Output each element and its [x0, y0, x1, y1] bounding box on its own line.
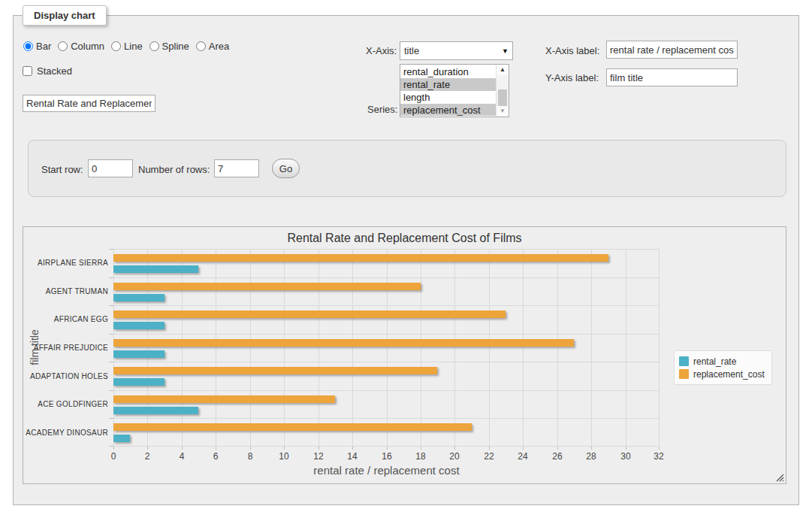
series-option-rental_rate[interactable]: rental_rate: [400, 78, 496, 91]
x-axis-tick: [489, 447, 490, 450]
chart-title-input[interactable]: [23, 95, 155, 112]
legend-item-replacement_cost[interactable]: replacement_cost: [679, 368, 765, 380]
x-axis-tick: [250, 447, 251, 450]
x-axis-tick-label: 2: [136, 451, 158, 462]
y-axis-tick: [109, 446, 113, 447]
bar-rental_rate: [113, 378, 165, 386]
y-axis-tick: [109, 334, 113, 335]
chart-type-radios: BarColumnLineSplineArea: [23, 39, 236, 53]
x-axis-label-input[interactable]: [606, 41, 738, 59]
x-axis-tick: [454, 447, 455, 450]
x-axis-title: rental rate / replacement cost: [113, 464, 660, 477]
x-axis-tick-label: 0: [102, 451, 125, 462]
scrollbar-down-arrow-icon[interactable]: ▼: [497, 106, 509, 117]
bar-replacement_cost: [113, 283, 421, 290]
gridline: [421, 249, 421, 447]
gridline: [216, 249, 216, 447]
gridline: [182, 249, 183, 447]
chart-type-radio-spline[interactable]: [149, 41, 159, 51]
x-axis-tick: [659, 447, 660, 450]
x-axis-label-caption: X-Axis label:: [545, 45, 599, 56]
chart-type-radio-label: Spline: [162, 41, 189, 52]
category-label: AGENT TRUMAN: [23, 277, 108, 306]
go-button[interactable]: Go: [272, 159, 300, 178]
y-axis-tick: [109, 249, 113, 250]
chart-type-radio-column[interactable]: [58, 41, 68, 51]
number-of-rows-input[interactable]: [214, 159, 259, 177]
x-axis-tick: [591, 447, 592, 450]
bar-replacement_cost: [113, 339, 574, 347]
x-axis-tick: [113, 447, 114, 450]
series-option-replacement_cost[interactable]: replacement_cost: [400, 104, 496, 116]
plot-area: [113, 249, 660, 447]
gridline: [113, 362, 660, 362]
chart-type-radio-label: Column: [71, 41, 104, 52]
stacked-checkbox[interactable]: [23, 66, 32, 76]
gridline: [626, 249, 626, 447]
x-axis-tick-label: 24: [512, 451, 534, 462]
chart-type-option-area[interactable]: Area: [196, 41, 229, 52]
y-axis-tick: [109, 277, 113, 278]
category-label: AFFAIR PREJUDICE: [23, 334, 108, 362]
series-options: rental_durationrental_ratelengthreplacem…: [400, 65, 496, 116]
category-label: ACE GOLDFINGER: [23, 390, 108, 419]
bar-rental_rate: [113, 435, 130, 442]
category-label: ACADEMY DINOSAUR: [23, 418, 108, 447]
x-axis-select[interactable]: title: [400, 41, 513, 60]
chart-title: Rental Rate and Replacement Cost of Film…: [23, 232, 786, 245]
gridline: [352, 249, 353, 447]
series-listbox-label: Series:: [367, 104, 397, 115]
chart-type-option-line[interactable]: Line: [111, 41, 143, 52]
x-axis-tick-label: 32: [647, 451, 670, 462]
y-axis-label-input[interactable]: [606, 68, 738, 86]
bar-rental_rate: [113, 265, 198, 273]
x-axis-select-label: X-Axis:: [366, 45, 397, 56]
stacked-checkbox-row[interactable]: Stacked: [23, 65, 72, 77]
x-axis-tick: [284, 447, 285, 450]
bar-replacement_cost: [113, 311, 506, 318]
legend-item-rental_rate[interactable]: rental_rate: [679, 355, 765, 368]
scrollbar-up-arrow-icon[interactable]: ▲: [497, 65, 509, 75]
fieldset-legend: Display chart: [23, 5, 107, 26]
series-option-length[interactable]: length: [400, 91, 496, 104]
chart-type-radio-area[interactable]: [196, 41, 206, 51]
stacked-label: Stacked: [37, 65, 72, 77]
chart-type-radio-label: Line: [124, 41, 143, 52]
start-row-label: Start row:: [41, 164, 83, 175]
gridline: [318, 249, 319, 447]
chart-type-radio-label: Area: [209, 41, 229, 52]
x-axis-tick-label: 30: [614, 451, 637, 462]
x-axis-tick-label: 20: [443, 451, 466, 462]
x-axis-tick-label: 4: [171, 451, 193, 462]
chart-type-radio-label: Bar: [36, 41, 51, 52]
chart-type-radio-line[interactable]: [111, 41, 121, 51]
chart-type-radio-bar[interactable]: [23, 41, 33, 51]
y-axis-label-caption: Y-Axis label:: [545, 72, 599, 83]
bar-rental_rate: [113, 322, 165, 329]
chart-type-option-column[interactable]: Column: [58, 41, 104, 52]
chart-resize-handle-icon[interactable]: [776, 474, 784, 482]
series-listbox[interactable]: rental_durationrental_ratelengthreplacem…: [400, 64, 509, 117]
x-axis-tick: [626, 447, 626, 450]
start-row-input[interactable]: [88, 159, 133, 177]
legend-label: replacement_cost: [693, 369, 765, 380]
x-axis-tick: [216, 447, 216, 450]
y-axis-tick: [109, 305, 113, 306]
page: Display chart BarColumnLineSplineArea St…: [0, 0, 812, 512]
gridline: [523, 249, 524, 447]
gridline: [113, 418, 660, 419]
scrollbar-thumb[interactable]: [498, 89, 507, 106]
gridline: [113, 334, 660, 335]
y-axis-tick: [109, 390, 113, 391]
gridline: [113, 249, 114, 447]
bar-replacement_cost: [113, 254, 608, 262]
chart-type-option-bar[interactable]: Bar: [23, 41, 51, 52]
category-label: ADAPTATION HOLES: [23, 362, 108, 390]
chart-type-option-spline[interactable]: Spline: [149, 41, 189, 52]
series-option-rental_duration[interactable]: rental_duration: [400, 65, 496, 78]
series-listbox-scrollbar[interactable]: ▲ ▼: [496, 65, 509, 117]
category-label: AIRPLANE SIERRA: [23, 249, 108, 277]
x-axis-tick-label: 10: [273, 451, 295, 462]
x-axis-tick-label: 6: [204, 451, 227, 462]
x-axis-tick: [557, 447, 558, 450]
